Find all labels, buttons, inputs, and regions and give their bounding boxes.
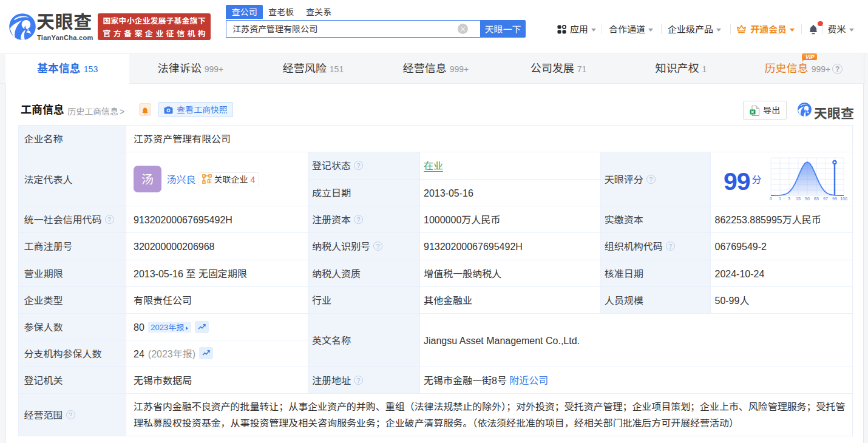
svg-text:3: 3 [788,195,790,201]
svg-text:97: 97 [823,195,828,201]
svg-text:100: 100 [840,195,847,201]
svg-text:0: 0 [770,195,772,201]
svg-text:85: 85 [814,195,819,201]
svg-text:99: 99 [832,195,837,201]
svg-text:1: 1 [779,195,781,201]
svg-text:15: 15 [796,195,801,201]
svg-text:50: 50 [805,195,810,201]
svg-text:企: 企 [206,177,211,184]
